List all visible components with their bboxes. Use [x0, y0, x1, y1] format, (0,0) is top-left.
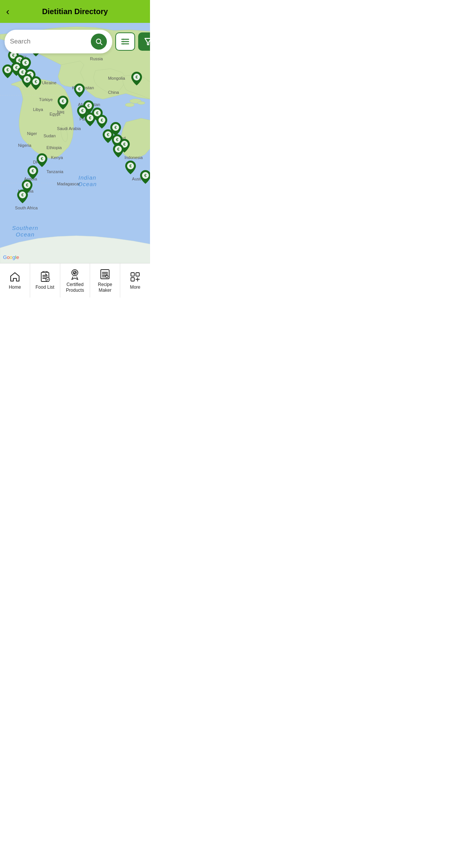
- svg-text:€: €: [107, 132, 109, 137]
- map-pin[interactable]: €: [17, 190, 28, 203]
- svg-point-3: [137, 101, 145, 104]
- nav-label-certified: CertifiedProducts: [66, 282, 84, 293]
- home-icon: [9, 271, 21, 283]
- nav-item-recipe-maker[interactable]: RecipeMaker: [90, 264, 120, 297]
- svg-text:€: €: [115, 125, 117, 130]
- svg-text:€: €: [21, 193, 24, 197]
- google-logo: Google: [3, 254, 19, 260]
- svg-rect-93: [136, 273, 139, 276]
- nav-label-recipe-maker: RecipeMaker: [98, 282, 112, 293]
- nav-label-food-list: Food List: [35, 285, 54, 290]
- back-button[interactable]: ‹: [6, 6, 10, 18]
- svg-text:€: €: [32, 169, 34, 173]
- bottom-navigation: Home Food List C: [0, 263, 150, 297]
- map-pin[interactable]: €: [27, 166, 38, 179]
- map-pin[interactable]: €: [31, 76, 41, 90]
- filter-button[interactable]: [138, 32, 150, 51]
- svg-text:€: €: [144, 173, 147, 178]
- svg-text:€: €: [81, 108, 84, 113]
- svg-text:€: €: [101, 118, 103, 122]
- map-pin[interactable]: €: [140, 170, 150, 184]
- map-pin[interactable]: €: [97, 115, 107, 129]
- nav-item-food-list[interactable]: Food List: [30, 264, 60, 297]
- more-icon: [129, 271, 141, 283]
- search-input[interactable]: [10, 38, 91, 45]
- svg-text:€: €: [24, 60, 27, 65]
- map-pin[interactable]: €: [74, 84, 85, 97]
- svg-rect-92: [131, 273, 134, 276]
- svg-text:€: €: [129, 164, 132, 168]
- map-pin[interactable]: €: [2, 64, 13, 78]
- svg-text:€: €: [41, 156, 43, 161]
- svg-rect-94: [131, 278, 134, 281]
- map-pin[interactable]: €: [113, 144, 124, 158]
- svg-text:€: €: [116, 137, 118, 142]
- svg-point-74: [123, 39, 124, 40]
- svg-text:€: €: [117, 147, 119, 151]
- svg-point-76: [123, 43, 124, 45]
- svg-point-2: [125, 103, 134, 107]
- nav-item-certified[interactable]: CertifiedProducts: [60, 264, 90, 297]
- search-button[interactable]: [91, 34, 107, 50]
- map-pin[interactable]: €: [131, 72, 142, 85]
- svg-text:€: €: [26, 183, 28, 187]
- header: ‹ Dietitian Directory: [0, 0, 150, 23]
- certified-icon: [69, 268, 81, 280]
- nav-label-home: Home: [9, 285, 21, 290]
- svg-text:€: €: [78, 87, 81, 91]
- nav-item-home[interactable]: Home: [0, 264, 30, 297]
- svg-text:€: €: [135, 75, 138, 79]
- map-pin[interactable]: €: [58, 96, 68, 109]
- nav-item-more[interactable]: More: [120, 264, 150, 297]
- svg-text:€: €: [62, 99, 64, 103]
- svg-point-90: [106, 275, 108, 278]
- search-bar[interactable]: [5, 30, 112, 53]
- map-pin[interactable]: €: [125, 161, 136, 174]
- svg-text:€: €: [26, 77, 28, 82]
- svg-text:€: €: [6, 68, 9, 72]
- nav-label-more: More: [130, 285, 140, 290]
- search-overlay: [5, 30, 145, 53]
- svg-text:€: €: [89, 116, 91, 120]
- svg-point-75: [123, 41, 124, 42]
- food-list-icon: [39, 271, 51, 283]
- map-pin[interactable]: €: [85, 113, 95, 126]
- svg-text:€: €: [35, 79, 37, 84]
- page-title: Dietitian Directory: [42, 7, 108, 16]
- recipe-maker-icon: [99, 268, 111, 280]
- map-container[interactable]: Finland Sweden Norway Russia Ukraine Kaz…: [0, 23, 150, 263]
- svg-line-70: [100, 43, 102, 45]
- list-view-button[interactable]: [115, 32, 135, 51]
- svg-marker-77: [145, 39, 150, 45]
